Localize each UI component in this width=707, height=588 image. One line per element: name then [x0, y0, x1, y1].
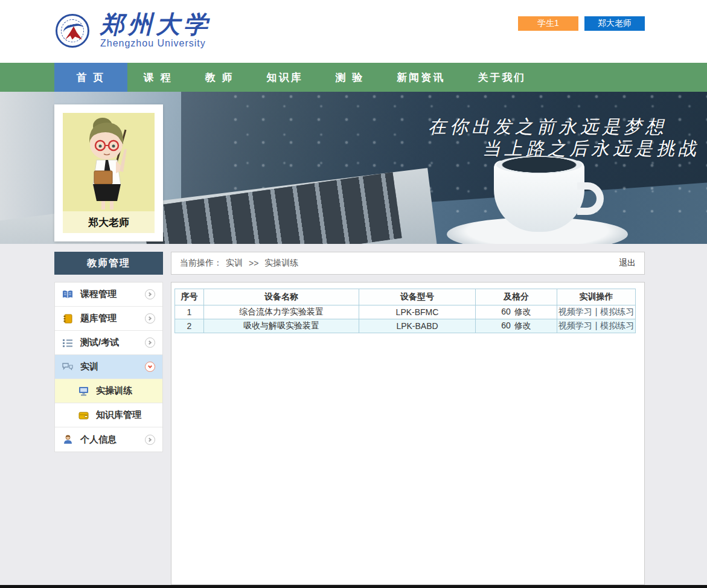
university-seal-icon	[56, 14, 89, 48]
logout-link[interactable]: 退出	[619, 258, 636, 269]
sidebar-item-label: 知识库管理	[96, 409, 141, 421]
sidebar-menu: 课程管理 题库管理 测试/考试 实训	[54, 282, 163, 452]
teacher-button[interactable]: 郑大老师	[584, 16, 645, 31]
sidebar-item-label: 题库管理	[80, 313, 117, 324]
cell-pass-score: 60修改	[476, 319, 557, 333]
sidebar-item-knowledge-base-management[interactable]: 知识库管理	[55, 403, 162, 427]
teacher-profile-card: 郑大老师	[54, 104, 163, 241]
person-icon	[62, 434, 73, 445]
video-study-link[interactable]: 视频学习	[558, 321, 592, 330]
cell-device-name: 吸收与解吸实验装置	[204, 319, 359, 333]
banner-slogan-line2: 当上路之后永远是挑战	[482, 136, 700, 161]
breadcrumb-arrows: >>	[249, 258, 258, 268]
edit-link[interactable]: 修改	[514, 307, 531, 316]
book-icon	[62, 289, 73, 300]
chevron-right-icon	[145, 313, 155, 324]
main-content-panel: 序号 设备名称 设备型号 及格分 实训操作 1 综合流体力学实验装置 LPK-B…	[171, 282, 645, 585]
header-device-name: 设备名称	[204, 289, 359, 305]
simulation-practice-link[interactable]: 模拟练习	[600, 321, 634, 330]
bottom-edge-bar	[0, 585, 707, 588]
sidebar-item-course-management[interactable]: 课程管理	[55, 283, 162, 307]
university-name-en: Zhengzhou University	[100, 38, 211, 49]
teacher-cartoon-illustration	[63, 113, 155, 211]
sidebar-item-label: 实操训练	[96, 385, 132, 397]
cell-actions: 视频学习|模拟练习	[557, 305, 636, 319]
main-nav: 首 页 课 程 教 师 知识库 测 验 新闻资讯 关于我们	[0, 63, 707, 92]
chevron-right-icon	[145, 337, 155, 348]
banner-slogan-line1: 在你出发之前永远是梦想	[428, 115, 667, 139]
cell-device-model: LPK-BFMC	[359, 305, 476, 319]
nav-item-teachers[interactable]: 教 师	[189, 63, 251, 92]
nav-item-news[interactable]: 新闻资讯	[380, 63, 461, 92]
sidebar-item-label: 课程管理	[80, 289, 117, 300]
breadcrumb-page[interactable]: 实操训练	[264, 258, 298, 269]
header-buttons: 学生1 郑大老师	[518, 16, 645, 31]
edit-link[interactable]: 修改	[514, 321, 531, 330]
nav-item-knowledge[interactable]: 知识库	[250, 63, 319, 92]
sidebar-title: 教师管理	[54, 252, 163, 275]
breadcrumb: 当前操作： 实训 >> 实操训练 退出	[171, 252, 645, 275]
cell-pass-score: 60修改	[476, 305, 557, 319]
header-index: 序号	[175, 289, 204, 305]
notebook-icon	[62, 313, 73, 324]
page: 郑州大学 Zhengzhou University 学生1 郑大老师 首 页 课…	[0, 0, 707, 588]
sidebar-item-practical-training[interactable]: 实操训练	[55, 379, 162, 403]
university-logo: 郑州大学 Zhengzhou University	[56, 12, 211, 49]
teacher-avatar	[63, 113, 155, 211]
equipment-table: 序号 设备名称 设备型号 及格分 实训操作 1 综合流体力学实验装置 LPK-B…	[174, 289, 636, 333]
chat-bubbles-icon	[62, 362, 73, 372]
sidebar-item-personal-info[interactable]: 个人信息	[55, 427, 162, 452]
pass-score-value: 60	[501, 307, 511, 316]
cell-actions: 视频学习|模拟练习	[557, 319, 636, 333]
list-icon	[62, 337, 73, 348]
cell-device-name: 综合流体力学实验装置	[204, 305, 359, 319]
monitor-icon	[78, 386, 89, 397]
breadcrumb-section[interactable]: 实训	[226, 258, 243, 269]
header-actions: 实训操作	[557, 289, 636, 305]
teacher-name: 郑大老师	[63, 211, 155, 233]
header-device-model: 设备型号	[359, 289, 476, 305]
cell-index: 1	[175, 305, 204, 319]
nav-item-courses[interactable]: 课 程	[127, 63, 189, 92]
sidebar-item-label: 测试/考试	[80, 337, 119, 348]
chevron-right-icon	[145, 435, 155, 445]
student-button[interactable]: 学生1	[518, 16, 578, 31]
pass-score-value: 60	[501, 321, 511, 330]
video-study-link[interactable]: 视频学习	[558, 307, 592, 316]
wallet-icon	[78, 410, 89, 421]
sidebar-item-label: 个人信息	[80, 434, 117, 446]
cell-index: 2	[175, 319, 204, 333]
sidebar-item-question-bank[interactable]: 题库管理	[55, 307, 162, 331]
action-separator: |	[595, 307, 598, 316]
chevron-down-icon	[145, 362, 155, 372]
nav-item-home[interactable]: 首 页	[54, 63, 127, 92]
header-pass-score: 及格分	[476, 289, 557, 305]
sidebar-item-tests-exams[interactable]: 测试/考试	[55, 331, 162, 355]
table-header-row: 序号 设备名称 设备型号 及格分 实训操作	[175, 289, 636, 305]
chevron-right-icon	[145, 289, 155, 299]
nav-item-tests[interactable]: 测 验	[319, 63, 380, 92]
sidebar-item-label: 实训	[80, 361, 98, 372]
sidebar-item-training[interactable]: 实训	[55, 355, 162, 379]
cell-device-model: LPK-BABD	[359, 319, 476, 333]
university-name-cn: 郑州大学	[100, 12, 211, 36]
action-separator: |	[595, 321, 598, 330]
top-header: 郑州大学 Zhengzhou University 学生1 郑大老师	[0, 0, 707, 63]
logo-text: 郑州大学 Zhengzhou University	[100, 12, 211, 49]
breadcrumb-label: 当前操作：	[180, 258, 222, 269]
nav-item-about[interactable]: 关于我们	[461, 63, 542, 92]
table-row: 1 综合流体力学实验装置 LPK-BFMC 60修改 视频学习|模拟练习	[175, 305, 636, 319]
table-row: 2 吸收与解吸实验装置 LPK-BABD 60修改 视频学习|模拟练习	[175, 319, 636, 333]
simulation-practice-link[interactable]: 模拟练习	[600, 307, 634, 316]
